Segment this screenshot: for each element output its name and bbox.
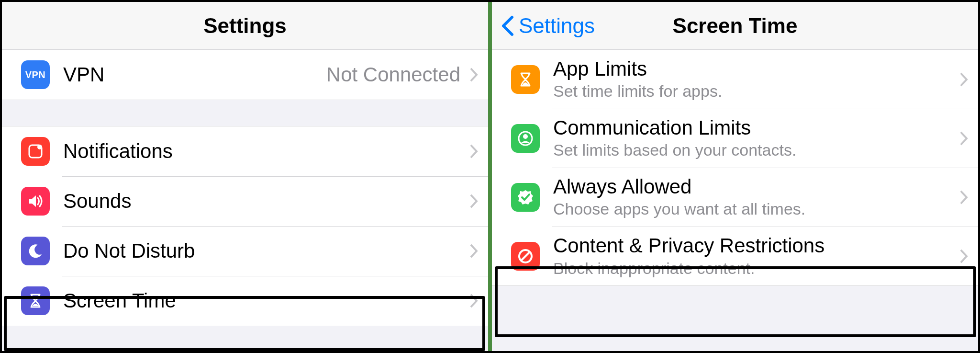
settings-group-general: Notifications Sounds Do Not Disturb Scre… <box>2 126 488 326</box>
row-label: Notifications <box>63 140 466 163</box>
no-sign-icon <box>511 242 540 271</box>
footer-gap <box>492 285 978 351</box>
row-communication-limits[interactable]: Communication Limits Set limits based on… <box>492 109 978 168</box>
row-subtitle: Block inappropriate content. <box>553 259 956 278</box>
screen-time-panel: Settings Screen Time App Limits Set time… <box>490 2 978 351</box>
chevron-right-icon <box>959 248 969 264</box>
chevron-left-icon <box>500 14 517 37</box>
chevron-right-icon <box>469 193 479 209</box>
back-label: Settings <box>519 14 595 38</box>
chevron-right-icon <box>959 130 969 147</box>
row-always-allowed[interactable]: Always Allowed Choose apps you want at a… <box>492 168 978 227</box>
row-label: Communication Limits <box>553 116 956 139</box>
row-label: Content & Privacy Restrictions <box>553 234 956 257</box>
settings-group-network: VPN VPN Not Connected <box>2 50 488 100</box>
back-button[interactable]: Settings <box>500 2 595 49</box>
chevron-right-icon <box>469 143 479 159</box>
notifications-icon <box>21 137 50 166</box>
row-label: Always Allowed <box>553 175 956 198</box>
settings-title: Settings <box>203 14 287 38</box>
chevron-right-icon <box>469 243 479 259</box>
vpn-icon: VPN <box>21 60 50 89</box>
row-do-not-disturb[interactable]: Do Not Disturb <box>2 226 488 276</box>
screen-time-title: Screen Time <box>673 14 798 38</box>
check-badge-icon <box>511 183 540 212</box>
row-content-privacy[interactable]: Content & Privacy Restrictions Block ina… <box>492 227 978 285</box>
row-subtitle: Set time limits for apps. <box>553 81 956 101</box>
row-subtitle: Set limits based on your contacts. <box>553 140 956 160</box>
row-label: App Limits <box>553 57 956 80</box>
row-label: VPN <box>63 63 326 86</box>
row-label: Screen Time <box>63 289 466 312</box>
hourglass-icon <box>511 65 540 94</box>
moon-icon <box>21 237 50 265</box>
hourglass-icon <box>21 286 50 315</box>
row-notifications[interactable]: Notifications <box>2 126 488 176</box>
group-gap <box>2 100 488 126</box>
row-screen-time[interactable]: Screen Time <box>2 276 488 326</box>
settings-panel: Settings VPN VPN Not Connected Notificat… <box>2 2 490 351</box>
row-vpn[interactable]: VPN VPN Not Connected <box>2 50 488 100</box>
vpn-status: Not Connected <box>326 63 460 86</box>
row-app-limits[interactable]: App Limits Set time limits for apps. <box>492 50 978 109</box>
chevron-right-icon <box>959 71 969 88</box>
chevron-right-icon <box>959 189 969 205</box>
settings-navbar: Settings <box>2 2 488 50</box>
row-subtitle: Choose apps you want at all times. <box>553 199 956 219</box>
screen-time-group: App Limits Set time limits for apps. Com… <box>492 50 978 285</box>
row-label: Sounds <box>63 190 466 213</box>
contact-icon <box>511 124 540 153</box>
chevron-right-icon <box>469 293 479 309</box>
sounds-icon <box>21 187 50 216</box>
screen-time-navbar: Settings Screen Time <box>492 2 978 50</box>
row-sounds[interactable]: Sounds <box>2 176 488 226</box>
row-label: Do Not Disturb <box>63 239 466 262</box>
chevron-right-icon <box>469 67 479 83</box>
